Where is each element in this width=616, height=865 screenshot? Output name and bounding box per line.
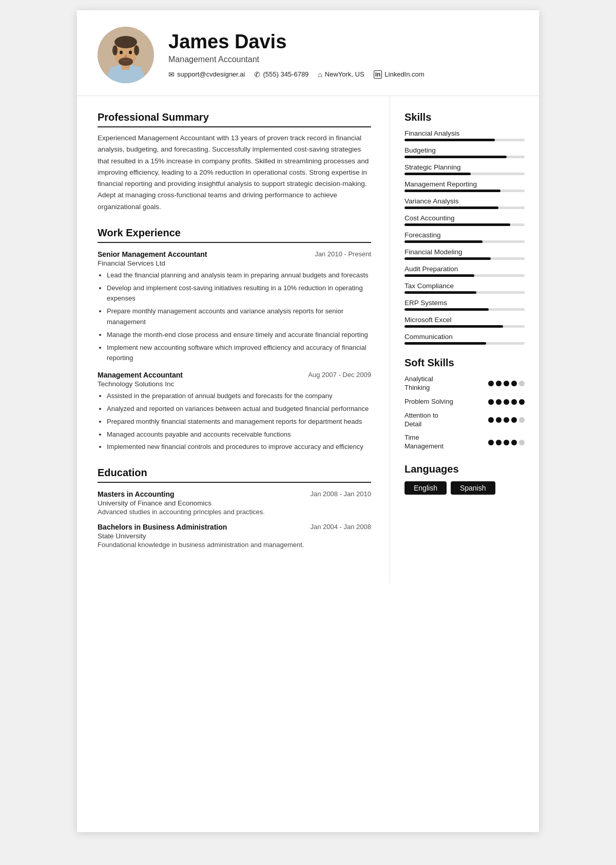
main-column: Professional Summary Experienced Managem… [77, 96, 390, 584]
education-title: Education [98, 467, 371, 483]
skill-bar-fill [405, 291, 476, 294]
skills-title: Skills [405, 111, 525, 123]
skill-name: Variance Analysis [405, 197, 525, 205]
svg-point-11 [125, 55, 127, 58]
body-layout: Professional Summary Experienced Managem… [77, 96, 539, 584]
soft-skills-title: Soft Skills [405, 357, 525, 369]
skill-bar-bg [405, 291, 525, 294]
languages-section: Languages EnglishSpanish [405, 463, 525, 495]
job-header-1: Senior Management Accountant Jan 2010 - … [98, 250, 371, 258]
skill-name: ERP Systems [405, 299, 525, 307]
location-icon: ⌂ [318, 70, 322, 79]
skill-name: Audit Preparation [405, 265, 525, 273]
soft-skills-list: AnalyticalThinking Problem Solving Atten… [405, 375, 525, 451]
summary-section: Professional Summary Experienced Managem… [98, 111, 371, 213]
header-info: James Davis Management Accountant ✉ supp… [168, 31, 518, 79]
dot [496, 440, 502, 445]
edu-school-2: State University [98, 532, 371, 540]
skill-bar-fill [405, 173, 471, 175]
dot [511, 440, 517, 445]
skills-section: Skills Financial Analysis Budgeting Stra… [405, 111, 525, 345]
job-header-2: Management Accountant Aug 2007 - Dec 200… [98, 371, 371, 379]
dot [504, 399, 509, 405]
language-tags: EnglishSpanish [405, 481, 525, 495]
soft-skill-item: Attention toDetail [405, 411, 525, 429]
skill-name: Financial Analysis [405, 129, 525, 137]
skill-name: Cost Accounting [405, 214, 525, 222]
list-item: Assisted in the preparation of annual bu… [107, 391, 371, 402]
experience-section: Work Experience Senior Management Accoun… [98, 227, 371, 453]
skill-item: Communication [405, 333, 525, 345]
skill-bar-fill [405, 325, 503, 328]
edu-header-2: Bachelors in Business Administration Jan… [98, 523, 371, 531]
phone-icon: ✆ [254, 70, 260, 79]
edu-degree-1: Masters in Accounting [98, 490, 175, 498]
job-title-2: Management Accountant [98, 371, 183, 379]
summary-text: Experienced Management Accountant with 1… [98, 133, 371, 213]
list-item: Prepare monthly management accounts and … [107, 306, 371, 328]
dot [511, 417, 517, 423]
skill-bar-bg [405, 274, 525, 277]
svg-point-7 [134, 45, 139, 55]
skill-bar-bg [405, 173, 525, 175]
skill-item: Forecasting [405, 231, 525, 243]
list-item: Implemented new financial controls and p… [107, 442, 371, 453]
soft-skill-item: TimeManagement [405, 434, 525, 451]
candidate-name: James Davis [168, 31, 518, 53]
dots [488, 399, 525, 405]
skill-name: Tax Compliance [405, 282, 525, 290]
dot [519, 381, 525, 386]
skill-bar-fill [405, 257, 491, 260]
edu-dates-2: Jan 2004 - Jan 2008 [310, 523, 371, 531]
email-icon: ✉ [168, 70, 175, 79]
contact-email: ✉ support@cvdesigner.ai [168, 70, 245, 79]
skill-bar-bg [405, 308, 525, 311]
dot [519, 399, 525, 405]
job-bullets-1: Lead the financial planning and analysis… [107, 270, 371, 364]
languages-title: Languages [405, 463, 525, 475]
skill-name: Strategic Planning [405, 163, 525, 171]
education-section: Education Masters in Accounting Jan 2008… [98, 467, 371, 549]
skill-item: Financial Analysis [405, 129, 525, 141]
summary-title: Professional Summary [98, 111, 371, 127]
sidebar-column: Skills Financial Analysis Budgeting Stra… [390, 96, 539, 528]
skill-bar-bg [405, 257, 525, 260]
dot [496, 417, 502, 423]
skill-bar-fill [405, 190, 500, 192]
skill-bar-fill [405, 308, 489, 311]
skills-list: Financial Analysis Budgeting Strategic P… [405, 129, 525, 345]
phone-text: (555) 345-6789 [263, 70, 309, 78]
skill-item: Microsoft Excel [405, 316, 525, 328]
soft-skill-name: TimeManagement [405, 434, 488, 451]
job-dates-1: Jan 2010 - Present [315, 250, 371, 258]
skill-bar-fill [405, 156, 507, 158]
list-item: Implement new accounting software which … [107, 343, 371, 364]
job-dates-2: Aug 2007 - Dec 2009 [308, 371, 371, 379]
soft-skill-name: Problem Solving [405, 398, 488, 406]
dot [496, 399, 502, 405]
soft-skill-item: AnalyticalThinking [405, 375, 525, 392]
job-bullets-2: Assisted in the preparation of annual bu… [107, 391, 371, 453]
soft-skill-name: Attention toDetail [405, 411, 488, 429]
email-text: support@cvdesigner.ai [177, 70, 245, 78]
skill-item: Budgeting [405, 146, 525, 158]
experience-title: Work Experience [98, 227, 371, 243]
job-company-1: Financial Services Ltd [98, 259, 371, 267]
resume-page: James Davis Management Accountant ✉ supp… [77, 10, 539, 832]
candidate-title: Management Accountant [168, 55, 518, 64]
soft-skill-item: Problem Solving [405, 398, 525, 406]
dot [504, 381, 509, 386]
soft-skill-name: AnalyticalThinking [405, 375, 488, 392]
edu-degree-2: Bachelors in Business Administration [98, 523, 227, 531]
contact-linkedin: in LinkedIn.com [374, 70, 425, 79]
skill-bar-fill [405, 206, 498, 209]
skill-name: Financial Modeling [405, 248, 525, 256]
skill-bar-bg [405, 325, 525, 328]
skill-bar-bg [405, 156, 525, 158]
skill-item: Audit Preparation [405, 265, 525, 277]
contact-list: ✉ support@cvdesigner.ai ✆ (555) 345-6789… [168, 70, 518, 79]
dot [519, 440, 525, 445]
edu-dates-1: Jan 2008 - Jan 2010 [310, 490, 371, 498]
dot [488, 381, 494, 386]
dot [488, 440, 494, 445]
